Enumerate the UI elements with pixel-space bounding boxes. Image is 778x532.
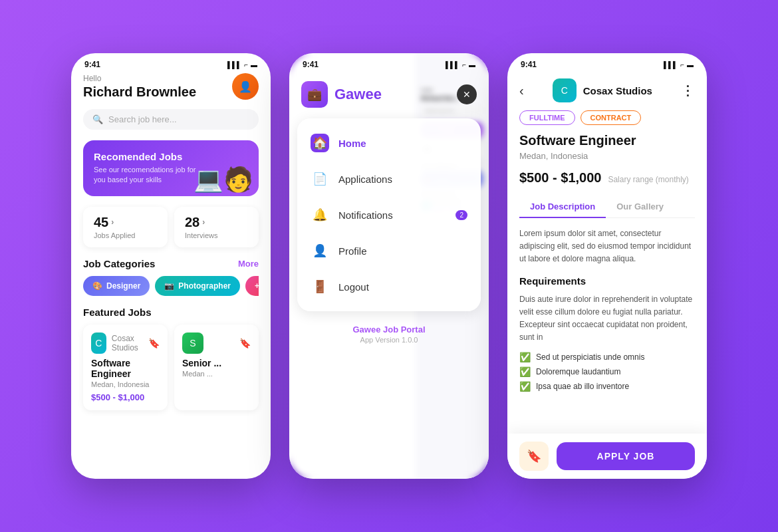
close-icon: ✕ (463, 89, 471, 100)
jobs-applied-label: Jobs Applied (94, 231, 157, 239)
footer-version: App Version 1.0.0 (301, 336, 477, 344)
designer-icon: 🎨 (92, 281, 102, 291)
job-card-2[interactable]: S 🔖 Senior ... Medan ... (174, 325, 259, 410)
company-row-2: S (182, 332, 203, 354)
company-row-1: C Cosax Studios (91, 332, 148, 354)
featured-jobs-row: C Cosax Studios 🔖 Software Engineer Meda… (83, 325, 259, 417)
phone-job-detail: 9:41 ▌▌▌ ⌐ ▬ ‹ C Cosax Studios ⋮ FULLTIM… (507, 53, 707, 479)
more-icon: + (255, 281, 259, 291)
requirements-list: ✅ Sed ut perspiciatis unde omnis ✅ Dolor… (519, 352, 695, 392)
another-logo: S (182, 332, 203, 354)
designer-label: Designer (106, 281, 140, 291)
bookmark-icon-1[interactable]: 🔖 (148, 338, 160, 348)
notifications-label: Notifications (338, 209, 393, 221)
app-name: Gawee (334, 86, 382, 103)
logo-row: 💼 Gawee (301, 81, 382, 108)
menu-item-logout[interactable]: 🚪 Logout (297, 269, 481, 305)
categories-header: Job Categories More (83, 258, 259, 269)
job-description-text: Lorem ipsum dolor sit amet, consectetur … (519, 227, 695, 266)
back-button[interactable]: ‹ (519, 83, 524, 98)
search-icon: 🔍 (92, 114, 103, 124)
job-detail-header: ‹ C Cosax Studios ⋮ (507, 73, 707, 110)
req-text-2: Doloremque laudantium (536, 367, 620, 376)
wifi-icon: ⌐ (244, 61, 248, 68)
job-detail-title: Software Engineer (519, 133, 695, 148)
tag-fulltime: FULLTIME (519, 110, 575, 125)
camera-icon: 📷 (164, 281, 174, 291)
category-designer[interactable]: 🎨 Designer (83, 276, 150, 296)
signal-icons-2: ▌▌▌ ⌐ ▬ (446, 61, 475, 68)
menu-item-profile[interactable]: 👤 Profile (297, 233, 481, 269)
save-icon: 🔖 (527, 449, 541, 464)
phone-home: 9:41 ▌▌▌ ⌐ ▬ Hello Richard Brownlee 👤 🔍 … (71, 53, 271, 479)
p3-company-logo: C (553, 78, 577, 102)
featured-header: Featured Jobs (83, 307, 259, 318)
salary-row: $500 - $1,000 Salary range (monthly) (519, 170, 695, 186)
more-options-button[interactable]: ⋮ (681, 82, 695, 98)
job-detail-location: Medan, Indonesia (519, 151, 695, 161)
category-more[interactable]: + (245, 276, 259, 296)
user-info: Hello Richard Brownlee (83, 74, 196, 100)
home-label: Home (338, 138, 366, 149)
cosax-logo: C (91, 332, 106, 354)
salary-amount: $500 - $1,000 (519, 170, 601, 186)
menu-header: 💼 Gawee ✕ (289, 73, 489, 118)
company-detail-row: C Cosax Studios (553, 78, 652, 102)
featured-title: Featured Jobs (83, 307, 152, 318)
apply-job-button[interactable]: APPLY JOB (557, 442, 695, 470)
menu-item-notifications[interactable]: 🔔 Notifications 2 (297, 197, 481, 233)
signal-icons-3: ▌▌▌ ⌐ ▬ (664, 61, 694, 68)
menu-item-home[interactable]: 🏠 Home (297, 125, 481, 161)
time-1: 9:41 (84, 60, 100, 69)
tab-our-gallery[interactable]: Our Gallery (606, 196, 674, 217)
avatar[interactable]: 👤 (232, 73, 259, 100)
save-job-button[interactable]: 🔖 (519, 442, 549, 471)
menu-overlay: 🏠 Home 📄 Applications 🔔 Notifications 2 … (297, 118, 481, 311)
logout-icon: 🚪 (311, 277, 329, 296)
job-card-header-2: S 🔖 (182, 332, 251, 354)
more-link[interactable]: More (238, 259, 259, 269)
tab-job-description[interactable]: Job Description (519, 196, 606, 218)
app-logo-icon: 💼 (301, 81, 328, 108)
tabs-row: Job Description Our Gallery (519, 196, 695, 218)
user-name: Richard Brownlee (83, 84, 196, 100)
close-button[interactable]: ✕ (457, 84, 477, 104)
header-row: Hello Richard Brownlee 👤 (83, 73, 259, 100)
jobs-applied-count: 45 › (94, 215, 157, 230)
status-bar-2: 9:41 ▌▌▌ ⌐ ▬ (289, 53, 489, 73)
logout-label: Logout (338, 281, 369, 293)
job-detail-footer: 🔖 APPLY JOB (507, 434, 707, 479)
job-location-1: Medan, Indonesia (91, 380, 160, 388)
interviews-count: 28 › (185, 215, 248, 230)
job-card-header-1: C Cosax Studios 🔖 (91, 332, 160, 354)
menu-item-applications[interactable]: 📄 Applications (297, 161, 481, 197)
p3-company-name: Cosax Studios (583, 85, 652, 96)
stat-card-jobs: 45 › Jobs Applied (83, 207, 168, 247)
req-item-3: ✅ Ipsa quae ab illo inventore (519, 381, 695, 392)
search-bar[interactable]: 🔍 Search job here... (83, 109, 259, 130)
signal-icon-3: ▌▌▌ (664, 61, 678, 68)
search-placeholder: Search job here... (108, 114, 177, 124)
requirements-title: Requirements (519, 275, 695, 287)
stats-row: 45 › Jobs Applied 28 › Interviews (83, 207, 259, 247)
job-salary-1: $500 - $1,000 (91, 392, 160, 402)
battery-icon-3: ▬ (687, 61, 694, 68)
tag-contract: CONTRACT (581, 110, 642, 125)
recommended-banner: Recomended Jobs See our recomendations j… (83, 140, 259, 196)
req-item-2: ✅ Doloremque laudantium (519, 366, 695, 377)
footer-app-name: Gawee Job Portal (301, 325, 477, 334)
job-title-2: Senior ... (182, 358, 251, 368)
menu-footer: Gawee Job Portal App Version 1.0.0 (289, 311, 489, 350)
req-text-1: Sed ut perspiciatis unde omnis (536, 352, 644, 362)
status-bar-1: 9:41 ▌▌▌ ⌐ ▬ (71, 53, 271, 73)
category-photographer[interactable]: 📷 Photographer (155, 276, 240, 296)
banner-title: Recomended Jobs (94, 151, 248, 162)
requirements-text: Duis aute irure dolor in reprehenderit i… (519, 293, 695, 344)
applications-icon: 📄 (311, 170, 329, 188)
battery-icon: ▬ (251, 61, 257, 68)
greeting-text: Hello (83, 74, 196, 83)
job-card-1[interactable]: C Cosax Studios 🔖 Software Engineer Meda… (83, 325, 168, 410)
wifi-icon-2: ⌐ (462, 61, 466, 68)
bookmark-icon-2[interactable]: 🔖 (239, 338, 251, 348)
categories-title: Job Categories (83, 258, 155, 269)
